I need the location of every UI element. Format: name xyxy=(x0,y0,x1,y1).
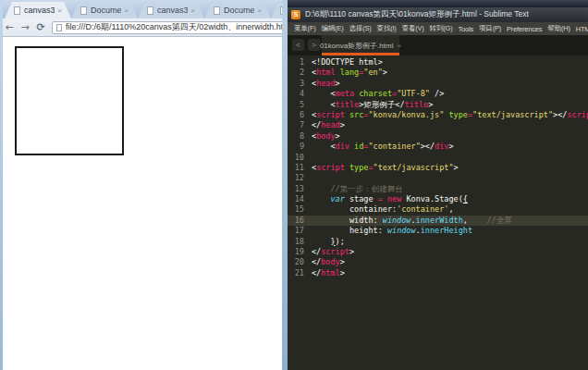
url-text[interactable]: file:///D:/6期/1110%20canvas第四天/02width、i… xyxy=(66,21,287,33)
token: >矩形例子</ xyxy=(359,100,404,109)
sublime-app-icon: S xyxy=(291,10,300,19)
line-number: 7 xyxy=(288,120,312,130)
code-line[interactable]: 12 xyxy=(288,173,588,183)
line-number: 6 xyxy=(288,110,312,120)
line-number: 11 xyxy=(288,163,312,173)
code-text: width: window.innerWidth, //全屏 xyxy=(312,216,512,226)
code-line[interactable]: 8<body> xyxy=(288,131,588,142)
code-line[interactable]: 1<!DOCTYPE html> xyxy=(288,57,588,68)
token: script xyxy=(321,247,349,256)
tab-close-icon[interactable]: × xyxy=(124,6,129,15)
sublime-tabbar: < > 01konva矩形例子.html × xyxy=(288,35,588,56)
code-line[interactable]: 13 //第一步：创建舞台 xyxy=(288,184,588,194)
token: > xyxy=(340,257,345,266)
token: innerHeight xyxy=(421,226,472,235)
code-line[interactable]: 16 width: window.innerWidth, //全屏 xyxy=(288,216,588,226)
code-text: <head> xyxy=(312,79,340,89)
menu-item[interactable]: 菜单(F) xyxy=(294,24,316,33)
code-line[interactable]: 17 height: window.innerHeight xyxy=(288,226,588,236)
browser-tab[interactable]: Document× xyxy=(71,2,138,18)
page-icon xyxy=(14,6,20,15)
menu-item[interactable]: 查看(V) xyxy=(402,24,424,33)
browser-tab[interactable]: canvas3× xyxy=(138,2,204,18)
page-icon xyxy=(80,6,87,15)
token: charset xyxy=(359,89,392,98)
browser-tab[interactable]: Document× xyxy=(204,2,271,18)
editor-tab-close-icon[interactable]: × xyxy=(397,42,401,50)
token: head xyxy=(316,79,335,88)
token: ></ xyxy=(421,142,435,151)
code-line[interactable]: 21</html> xyxy=(288,268,588,278)
code-line[interactable]: 6<script src="konva/konva.js" type="text… xyxy=(288,110,588,120)
tab-label: canvas3 xyxy=(157,6,188,15)
code-line[interactable]: 10 xyxy=(288,153,588,163)
token: "UTF-8" xyxy=(397,89,430,98)
code-text: container:'container', xyxy=(312,204,454,215)
line-number: 9 xyxy=(288,142,312,152)
code-line[interactable]: 19</script> xyxy=(288,247,588,257)
menu-item[interactable]: HTML5 Tools xyxy=(576,25,588,33)
line-number: 2 xyxy=(288,68,312,78)
code-line[interactable]: 2<html lang="en"> xyxy=(288,68,588,78)
token xyxy=(312,194,330,204)
back-button[interactable]: ← xyxy=(3,21,16,33)
sublime-window: S D:\6期\1110 canvas第四天\01konva矩形例子.html … xyxy=(282,0,588,370)
code-line[interactable]: 11<script type="text/javascript"> xyxy=(288,163,588,173)
code-line[interactable]: 4 <meta charset="UTF-8" /> xyxy=(288,89,588,99)
menu-item[interactable]: Preferences xyxy=(507,25,542,33)
token: type xyxy=(349,163,368,172)
code-text: <meta charset="UTF-8" /> xyxy=(312,89,444,99)
page-icon xyxy=(147,6,153,15)
menu-item[interactable]: 编辑(E) xyxy=(322,24,344,33)
code-line[interactable]: 18 }); xyxy=(288,237,588,247)
code-line[interactable]: 3<head> xyxy=(288,79,588,89)
menu-item[interactable]: 帮助(H) xyxy=(547,24,570,33)
token: innerWidth xyxy=(416,216,463,225)
token: width: xyxy=(312,216,383,225)
menu-item[interactable]: 转到(G) xyxy=(430,24,453,33)
code-line[interactable]: 9 <div id="container"></div> xyxy=(288,142,588,152)
token: "container" xyxy=(368,142,420,151)
tab-close-icon[interactable]: × xyxy=(190,6,195,15)
token: script xyxy=(316,110,345,119)
code-line[interactable]: 5 <title>矩形例子</title> xyxy=(288,100,588,110)
omnibox[interactable]: file:///D:/6期/1110%20canvas第四天/02width、i… xyxy=(52,21,287,34)
code-line[interactable]: 20</body> xyxy=(288,257,588,267)
token: { xyxy=(463,194,468,204)
code-line[interactable]: 14 var stage = new Konva.Stage({ xyxy=(288,194,588,204)
token: ></ xyxy=(553,110,567,119)
tab-history-back-button[interactable]: < xyxy=(292,39,304,51)
browser-tab[interactable]: canvas3× xyxy=(5,2,71,18)
menu-item[interactable]: Tools xyxy=(459,25,474,33)
tab-close-icon[interactable]: × xyxy=(257,6,262,15)
tab-label: canvas3 xyxy=(24,6,55,15)
code-line[interactable]: 15 container:'container', xyxy=(288,204,588,215)
code-text: <title>矩形例子</title> xyxy=(312,100,433,110)
token: window xyxy=(383,216,411,225)
chrome-toolbar: ← → ⟳ file:///D:/6期/1110%20canvas第四天/02w… xyxy=(0,18,288,37)
code-line[interactable]: 7</head> xyxy=(288,120,588,130)
reload-button[interactable]: ⟳ xyxy=(34,21,47,33)
token: > xyxy=(336,79,340,88)
code-editor[interactable]: 1<!DOCTYPE html>2<html lang="en">3<head>… xyxy=(288,56,588,370)
menu-item[interactable]: 项目(P) xyxy=(479,24,501,33)
forward-button[interactable]: → xyxy=(18,21,31,33)
line-number: 16 xyxy=(288,216,312,226)
token: window xyxy=(387,226,416,235)
line-number: 3 xyxy=(288,79,312,89)
chrome-tab-strip-background: canvas3×Document×canvas3×Document× xyxy=(0,0,288,18)
menu-item[interactable]: 选择(S) xyxy=(349,24,372,33)
token: div xyxy=(435,142,448,151)
tab-history-forward-button[interactable]: > xyxy=(308,39,320,51)
tab-close-icon[interactable]: × xyxy=(57,6,62,15)
token: <!DOCTYPE html> xyxy=(312,57,383,67)
tab-label: Document xyxy=(91,6,121,15)
sublime-titlebar[interactable]: S D:\6期\1110 canvas第四天\01konva矩形例子.html … xyxy=(288,7,588,22)
code-text: <body> xyxy=(312,131,340,142)
token: title xyxy=(336,100,360,109)
code-text: <script type="text/javascript"> xyxy=(312,163,459,173)
token: body xyxy=(321,257,339,266)
menu-item[interactable]: 查找(I) xyxy=(377,24,397,33)
line-number: 18 xyxy=(288,237,312,247)
code-text: <script src="konva/konva.js" type="text/… xyxy=(312,110,588,120)
